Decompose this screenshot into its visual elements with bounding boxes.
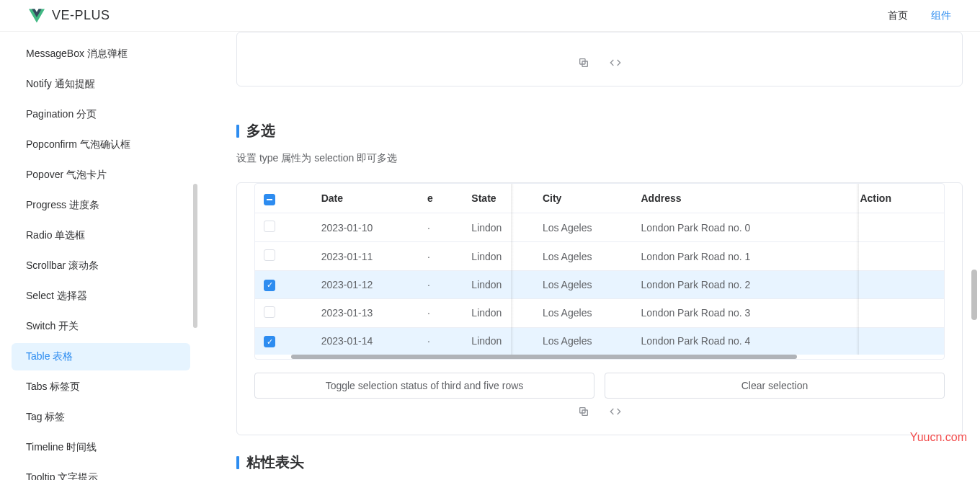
header-address: Address [632,184,845,213]
header-cut: e [427,184,435,213]
cell-city: Los Ageles [534,298,633,327]
cell-action [845,271,944,299]
header-date: Date [313,184,427,213]
cell-city: Los Ageles [534,242,633,271]
table-row[interactable]: ✓2023-01-14·LindonLos AgelesLondon Park … [255,327,944,355]
sidebar-item-tag[interactable]: Tag 标签 [12,404,190,431]
sidebar-item-tooltip[interactable]: Tooltip 文字提示 [12,464,190,480]
cell-cut: · [427,213,435,242]
cell-action [845,242,944,271]
multi-select-table: Date e State City Address Action 2023-01… [255,184,944,355]
sidebar-item-timeline[interactable]: Timeline 时间线 [12,434,190,461]
section-title-sticky: 粘性表头 [236,453,963,472]
header: VE-PLUS 首页 组件 [0,0,980,32]
table-wrap: Date e State City Address Action 2023-01… [254,183,945,360]
sidebar-item-switch[interactable]: Switch 开关 [12,313,190,340]
cell-action [845,213,944,242]
table-hscroll[interactable] [291,355,908,359]
top-nav: 首页 组件 [888,9,951,22]
cell-state: Lindon [435,213,534,242]
sidebar-item-notify[interactable]: Notify 通知提醒 [12,71,190,98]
row-checkbox[interactable]: ✓ [264,280,275,291]
cell-state: Lindon [435,271,534,299]
table-row[interactable]: 2023-01-11·LindonLos AgelesLondon Park R… [255,242,944,271]
sidebar-item-tabs[interactable]: Tabs 标签页 [12,373,190,401]
code-icon[interactable] [610,406,621,417]
main-scrollbar[interactable] [971,270,977,320]
cell-address: London Park Road no. 0 [632,213,845,242]
section-desc: 设置 type 属性为 selection 即可多选 [236,152,963,165]
sidebar-item-popconfirm[interactable]: Popconfirm 气泡确认框 [12,131,190,159]
nav-components[interactable]: 组件 [931,9,951,22]
cell-date: 2023-01-12 [313,271,427,299]
sidebar-item-popover[interactable]: Popover 气泡卡片 [12,161,190,189]
demo-card-multiselect: Date e State City Address Action 2023-01… [236,182,963,435]
cell-city: Los Ageles [534,271,633,299]
header-state: State [435,184,534,213]
vue-logo-icon [29,8,45,24]
card-action-bar [254,406,945,417]
brand-text: VE-PLUS [52,8,110,23]
cell-action [845,298,944,327]
table-header-row: Date e State City Address Action [255,184,944,213]
row-checkbox[interactable]: ✓ [264,336,275,347]
sidebar-item-radio[interactable]: Radio 单选框 [12,222,190,249]
cell-state: Lindon [435,298,534,327]
nav-home[interactable]: 首页 [888,9,908,22]
sidebar-item-messagebox[interactable]: MessageBox 消息弹框 [12,40,190,68]
cell-cut: · [427,242,435,271]
table-row[interactable]: ✓2023-01-12·LindonLos AgelesLondon Park … [255,271,944,299]
section-title-text: 多选 [246,121,275,141]
header-city: City [534,184,633,213]
toggle-selection-button[interactable]: Toggle selection status of third and fiv… [254,373,594,399]
button-row: Toggle selection status of third and fiv… [254,373,945,399]
cell-state: Lindon [435,327,534,355]
cell-date: 2023-01-13 [313,298,427,327]
sidebar-item-progress[interactable]: Progress 进度条 [12,192,190,219]
main-content: 多选 设置 type 属性为 selection 即可多选 Date e Sta… [202,32,980,480]
cell-city: Los Ageles [534,213,633,242]
copy-icon[interactable] [578,57,589,68]
sidebar-item-table[interactable]: Table 表格 [12,343,190,370]
cell-address: London Park Road no. 2 [632,271,845,299]
cell-cut: · [427,298,435,327]
cell-cut: · [427,271,435,299]
cell-city: Los Ageles [534,327,633,355]
cell-state: Lindon [435,242,534,271]
cell-date: 2023-01-10 [313,213,427,242]
row-checkbox[interactable] [264,249,275,261]
cell-address: London Park Road no. 1 [632,242,845,271]
cell-action [845,327,944,355]
sidebar-item-select[interactable]: Select 选择器 [12,283,190,310]
sidebar-item-pagination[interactable]: Pagination 分页 [12,101,190,128]
cell-address: London Park Road no. 3 [632,298,845,327]
table-row[interactable]: 2023-01-10·LindonLos AgelesLondon Park R… [255,213,944,242]
header-action: Action [845,184,944,213]
demo-card-previous [236,32,963,86]
logo[interactable]: VE-PLUS [29,8,110,24]
section-title-multiselect: 多选 [236,121,963,141]
code-icon[interactable] [610,57,621,68]
watermark: Yuucn.com [910,431,967,444]
cell-date: 2023-01-11 [313,242,427,271]
sidebar-scrollbar[interactable] [193,184,197,328]
header-checkbox-cell [255,184,313,213]
card-action-bar [254,57,945,68]
cell-date: 2023-01-14 [313,327,427,355]
cell-cut: · [427,327,435,355]
clear-selection-button[interactable]: Clear selection [605,373,945,399]
row-checkbox[interactable] [264,306,275,318]
copy-icon[interactable] [578,406,589,417]
row-checkbox[interactable] [264,221,275,232]
sidebar: MessageBox 消息弹框 Notify 通知提醒 Pagination 分… [0,32,202,480]
section-title-text: 粘性表头 [246,453,304,472]
select-all-checkbox[interactable] [264,194,275,205]
cell-address: London Park Road no. 4 [632,327,845,355]
table-row[interactable]: 2023-01-13·LindonLos AgelesLondon Park R… [255,298,944,327]
sidebar-item-scrollbar[interactable]: Scrollbar 滚动条 [12,252,190,280]
